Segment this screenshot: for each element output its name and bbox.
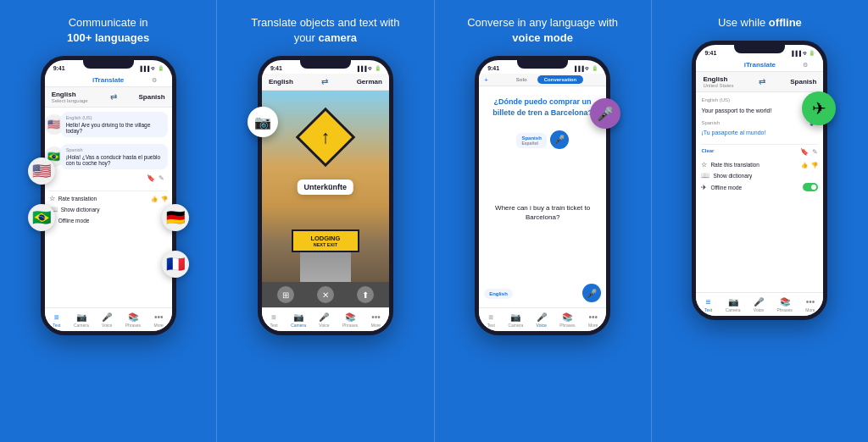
tab-solo[interactable]: Solo <box>509 75 534 84</box>
phone-4-container: ✈ 9:41 ▐▐▐ ᯤ 🔋 iTranslate ⚙ English Unit… <box>692 41 827 320</box>
nav-more-2[interactable]: ••• More <box>371 312 381 328</box>
dict-icon-4: 📖 <box>701 172 709 180</box>
panel-1-title: Communicate in100+ languages <box>67 15 149 46</box>
text-icon: ≡ <box>54 312 59 322</box>
lang-to-1: Spanish <box>138 93 164 101</box>
phone-mockup-4: 9:41 ▐▐▐ ᯤ 🔋 iTranslate ⚙ English United… <box>692 41 827 320</box>
nav-phrases-3[interactable]: 📚 Phrases <box>559 312 575 328</box>
back-icon[interactable]: + <box>484 76 488 84</box>
option-dict-4[interactable]: 📖 Show dictionary <box>701 172 818 180</box>
nav-voice-1[interactable]: 🎤 Voice <box>102 312 112 328</box>
app-header-4: iTranslate ⚙ <box>696 58 823 72</box>
bottom-nav-3: ≡ Text 📷 Camera 🎤 Voice 📚 Phrases <box>479 307 606 331</box>
plane-icon-4: ✈ <box>701 184 707 191</box>
voice-mic-button[interactable]: 🎤 <box>550 130 569 149</box>
voice-content: ¿Dónde puedo comprar un billete de tren … <box>479 86 606 307</box>
lang-badge-row: Spanish Español 🎤 <box>516 127 568 149</box>
nav-phrases-4[interactable]: 📚 Phrases <box>777 297 793 312</box>
more-icon-1: ••• <box>154 312 164 322</box>
nav-voice-3[interactable]: 🎤 Voice <box>537 312 547 328</box>
book-icon-1: 📚 <box>128 312 138 322</box>
panel-camera: Translate objects and text with your cam… <box>216 0 433 442</box>
phone-1: 9:41 ▐▐▐ ᯤ 🔋 iTranslate ⚙ English Select… <box>41 56 176 335</box>
offline-content: English (US) Your passport to the world!… <box>696 92 823 292</box>
nav-phrases-2[interactable]: 📚 Phrases <box>342 312 358 328</box>
nav-voice-4[interactable]: 🎤 Voice <box>754 297 764 312</box>
thumbs-up-icon-4[interactable]: 👍 <box>801 162 808 169</box>
camera-view: ↑ Unterkünfte LODGING NEXT EXIT <box>262 91 389 282</box>
star-icon-4: ☆ <box>701 161 707 169</box>
bookmark-icon-4[interactable]: 🔖 <box>800 148 809 156</box>
bookmark-icon[interactable]: 🔖 <box>147 174 155 182</box>
bottom-nav-1: ≡ Text 📷 Camera 🎤 Voice 📚 Phrases <box>45 307 172 331</box>
floating-flag-us: 🇺🇸 <box>28 157 55 185</box>
phone-notch-3 <box>517 60 568 69</box>
cam-btn-close[interactable]: ✕ <box>317 286 334 303</box>
purple-mic-icon: 🎤 <box>590 98 620 129</box>
phone-3-container: 🎤 9:41 ▐▐▐ ᯤ 🔋 + Solo Conversation ¿Dónd… <box>475 56 610 335</box>
lang-from-4: English United States <box>703 75 733 88</box>
nav-camera-4[interactable]: 📷 Camera <box>726 297 741 312</box>
option-rate-1[interactable]: ☆ Rate translation 👍 👎 <box>49 195 168 202</box>
nav-text-4[interactable]: ≡ Text <box>704 297 712 312</box>
option-offline-1[interactable]: ✈ Offline mode <box>49 217 168 224</box>
nav-camera-1[interactable]: 📷 Camera <box>74 312 89 328</box>
star-icon-1: ☆ <box>49 195 55 202</box>
nav-more-3[interactable]: ••• More <box>588 312 598 328</box>
panel-3-title: Converse in any language with voice mode <box>458 15 627 46</box>
nav-voice-2[interactable]: 🎤 Voice <box>319 312 329 328</box>
phone-mockup-3: 9:41 ▐▐▐ ᯤ 🔋 + Solo Conversation ¿Dónde … <box>475 56 610 335</box>
lang-to-2: German <box>357 78 382 86</box>
voice-mic-button-2[interactable]: 🎤 <box>582 284 601 302</box>
lang-to-4: Spanish <box>790 78 816 86</box>
panel-4-title: Use while offline <box>718 15 802 30</box>
tab-conversation[interactable]: Conversation <box>537 75 583 84</box>
options-list-4: Clear 🔖 ✎ ☆ Rate this translation 👍 <box>701 144 818 191</box>
cam-btn-gallery[interactable]: ⊞ <box>277 286 294 303</box>
swap-icon-2[interactable]: ⇄ <box>321 77 328 86</box>
nav-camera-3[interactable]: 📷 Camera <box>508 312 523 328</box>
translation-overlay: Unterkünfte <box>298 180 354 195</box>
lang-selector-2[interactable]: English ⇄ German <box>262 74 389 91</box>
lang-selector-4[interactable]: English United States ⇄ Spanish <box>696 72 823 92</box>
option-rate-4[interactable]: ☆ Rate this translation 👍 👎 <box>701 161 818 169</box>
nav-more-4[interactable]: ••• More <box>805 297 815 312</box>
lang-selector-1[interactable]: English Select language ⇄ Spanish <box>45 87 172 108</box>
offline-toggle[interactable] <box>803 183 818 191</box>
option-dict-1[interactable]: 📖 Show dictionary <box>49 206 168 213</box>
swap-icon-4[interactable]: ⇄ <box>759 77 765 86</box>
copy-icon[interactable]: ✎ <box>159 174 164 182</box>
bottom-nav-2: ≡ Text 📷 Camera 🎤 Voice 📚 Phrases <box>262 307 389 331</box>
phone-mockup-2: 9:41 ▐▐▐ ᯤ 🔋 English ⇄ German ↑ <box>258 56 393 335</box>
translation-dst: ¡Tu pasaporte al mundo! <box>701 130 818 135</box>
nav-text-3[interactable]: ≡ Text <box>487 312 495 328</box>
swap-icon-1[interactable]: ⇄ <box>110 92 117 102</box>
voice-question: ¿Dónde puedo comprar un billete de tren … <box>484 97 601 118</box>
nav-text-1[interactable]: ≡ Text <box>53 312 60 328</box>
nav-phrases-1[interactable]: 📚 Phrases <box>125 312 141 328</box>
translation-src: Your passport to the world! <box>701 108 818 113</box>
voice-lang-badge: Spanish Español <box>516 133 546 148</box>
nav-more-1[interactable]: ••• More <box>154 312 164 328</box>
phone-notch-4 <box>734 45 785 53</box>
nav-camera-2[interactable]: 📷 Camera <box>291 312 306 328</box>
copy-icon-4[interactable]: ✎ <box>812 148 818 156</box>
thumbs-down-icon-1[interactable]: 👎 <box>161 196 168 202</box>
voice-lang-bottom: English <box>484 289 513 299</box>
phone-mockup-1: 9:41 ▐▐▐ ᯤ 🔋 iTranslate ⚙ English Select… <box>41 56 176 335</box>
voice-header: + Solo Conversation <box>479 74 606 86</box>
lang-from-1: English Select language <box>52 91 88 103</box>
voice-tabs: Solo Conversation <box>492 75 601 84</box>
thumbs-down-icon-4[interactable]: 👎 <box>811 162 818 169</box>
nav-text-2[interactable]: ≡ Text <box>270 312 278 328</box>
camera-icon-1: 📷 <box>76 312 86 322</box>
option-offline-4[interactable]: ✈ Offline mode <box>701 183 818 191</box>
camera-overlay-icon: 📷 <box>248 107 278 137</box>
app-header-1: iTranslate ⚙ <box>45 74 172 87</box>
floating-flag-br: 🇧🇷 <box>28 204 55 231</box>
clear-button[interactable]: Clear <box>701 148 714 156</box>
thumbs-up-icon-1[interactable]: 👍 <box>151 196 158 202</box>
options-list-1: ☆ Rate translation 👍 👎 📖 Show dictionary <box>49 191 168 224</box>
panel-communicate: Communicate in100+ languages 9:41 ▐▐▐ ᯤ … <box>0 0 216 442</box>
cam-btn-share[interactable]: ⬆ <box>357 286 374 303</box>
